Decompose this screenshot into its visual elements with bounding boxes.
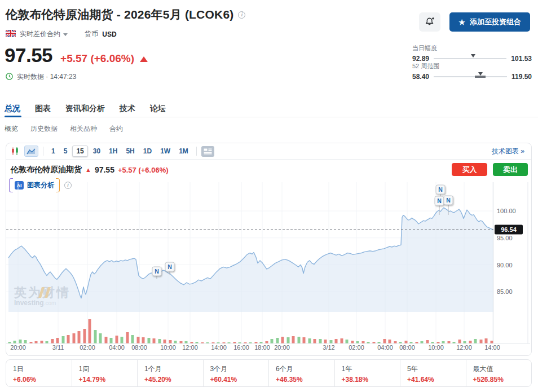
interval-1[interactable]: 1 [48, 146, 59, 156]
sell-button[interactable]: 卖出 [493, 163, 528, 176]
week52-range-band [475, 76, 486, 78]
price-area-fill [8, 208, 493, 312]
interval-5[interactable]: 5 [60, 146, 71, 156]
svg-text:90.00: 90.00 [497, 262, 513, 268]
tab-chart[interactable]: 图表 [35, 104, 51, 114]
subtab-related-instruments[interactable]: 相关品种 [70, 124, 97, 134]
add-to-portfolio-label: 添加至投资组合 [470, 17, 521, 27]
currency-value: USD [102, 30, 116, 38]
news-panel-icon[interactable] [201, 146, 214, 157]
tabs-divider [0, 117, 538, 117]
currency-label: 货币 [85, 29, 98, 39]
area-chart-icon[interactable] [24, 146, 38, 157]
tab-technical[interactable]: 技术 [120, 104, 135, 114]
volume-bars [8, 319, 493, 343]
header-title-row: 伦敦布伦特原油期货 - 2026年5月 (LCOK6) i [6, 7, 245, 23]
price-change: +5.57 (+6.06%) [60, 52, 148, 65]
svg-text:N: N [167, 263, 172, 270]
day-range-high: 101.53 [511, 55, 532, 63]
chart-toolbar: 1 5 15 30 1H 5H 1D 1W 1M [6, 143, 531, 160]
perf-cell-1m: 1个月 +45.20% [137, 360, 203, 386]
svg-text:04:00: 04:00 [109, 344, 125, 351]
svg-text:3/11: 3/11 [52, 344, 64, 351]
interval-5h[interactable]: 5H [122, 146, 138, 156]
realtime-status-text: 实时数据 · 14:47:23 [17, 72, 76, 82]
perf-cell-1d: 1日 +6.06% [6, 360, 72, 386]
svg-text:20:00: 20:00 [10, 344, 26, 351]
chart-card: 1 5 15 30 1H 5H 1D 1W 1M [6, 143, 532, 356]
week52-range-label: 52 周范围 [412, 62, 532, 71]
interval-30[interactable]: 30 [90, 146, 104, 156]
news-marker[interactable]: N [165, 262, 174, 271]
news-marker[interactable]: N [435, 196, 444, 205]
toolbar-divider [43, 147, 43, 156]
buy-button[interactable]: 买入 [452, 163, 487, 176]
instrument-type-label: 实时差价合约 [20, 30, 60, 38]
clock-icon [6, 73, 13, 82]
toolbar-divider [196, 147, 197, 156]
svg-text:N: N [438, 186, 443, 193]
bell-plus-icon [425, 16, 435, 28]
svg-text:18:00: 18:00 [254, 344, 270, 351]
svg-text:02:00: 02:00 [349, 344, 364, 351]
sub-tabs: 概览 历史数据 相关品种 合约 [5, 124, 123, 134]
interval-1m[interactable]: 1M [175, 146, 192, 156]
week52-range-marker-icon [478, 72, 483, 76]
tab-news-analysis[interactable]: 资讯和分析 [65, 104, 105, 114]
alert-bell-button[interactable] [419, 12, 440, 32]
perf-cell-1w: 1周 +14.79% [72, 360, 138, 386]
svg-text:08:00: 08:00 [399, 344, 415, 351]
day-range-low: 92.89 [412, 55, 429, 63]
day-range-label: 当日幅度 [412, 44, 532, 52]
interval-selector: 1 5 15 30 1H 5H 1D 1W 1M [48, 146, 192, 157]
svg-text:14:00: 14:00 [211, 344, 227, 351]
chart-up-arrow-icon: ▲ [85, 166, 91, 173]
svg-text:12:00: 12:00 [182, 344, 198, 351]
interval-1d[interactable]: 1D [140, 146, 155, 156]
x-axis-labels: 20:003/1102:0004:0008:0010:0012:0014:001… [10, 344, 500, 351]
svg-text:14:00: 14:00 [484, 344, 500, 351]
svg-text:20:00: 20:00 [274, 344, 290, 351]
svg-text:85.00: 85.00 [497, 288, 513, 295]
tab-overview[interactable]: 总况 [5, 104, 20, 114]
news-marker[interactable]: N [444, 196, 453, 205]
interval-1h[interactable]: 1H [105, 146, 121, 156]
interval-15[interactable]: 15 [72, 146, 87, 157]
quote-page: 伦敦布伦特原油期货 - 2026年5月 (LCOK6) i ★ 添加至投资组合 [0, 0, 538, 392]
star-icon: ★ [458, 18, 465, 27]
chart-price: 97.55 [95, 165, 114, 174]
subtab-summary[interactable]: 概览 [5, 124, 18, 134]
current-price-tag: 96.54 [495, 225, 523, 235]
svg-text:10:00: 10:00 [160, 344, 176, 351]
active-tab-underline [5, 116, 21, 117]
technical-chart-link[interactable]: 技术图表 » [492, 147, 527, 156]
svg-text:12:00: 12:00 [456, 344, 472, 351]
news-marker[interactable]: N [436, 185, 445, 194]
week52-range-low: 58.40 [412, 73, 429, 81]
title-info-icon[interactable]: i [238, 11, 245, 19]
add-to-portfolio-button[interactable]: ★ 添加至投资组合 [449, 12, 530, 32]
svg-text:N: N [155, 268, 159, 275]
svg-text:16:00: 16:00 [233, 344, 249, 351]
tab-forum[interactable]: 论坛 [150, 104, 166, 114]
subtab-contracts[interactable]: 合约 [109, 124, 123, 134]
candlestick-chart-icon[interactable] [11, 147, 20, 156]
y-axis-labels: 100.0095.0090.0085.00 [497, 208, 516, 295]
instrument-type-dropdown[interactable]: 实时差价合约 [20, 29, 68, 39]
svg-text:96.54: 96.54 [501, 226, 517, 233]
interval-1w[interactable]: 1W [157, 146, 174, 156]
svg-text:N: N [437, 197, 442, 204]
svg-text:3/12: 3/12 [323, 344, 334, 351]
chevron-down-icon [63, 33, 68, 36]
svg-text:04:00: 04:00 [377, 344, 393, 351]
chart-title-row: 伦敦布伦特原油期货 ▲ 97.55 +5.57 (+6.06%) [11, 165, 169, 175]
perf-cell-1y: 1年 +38.18% [334, 360, 400, 386]
instrument-meta-row: 实时差价合约 货币 USD [6, 29, 117, 39]
news-marker[interactable]: N [152, 267, 161, 276]
price-chart[interactable]: 英为财情Investing.com100.0095.0090.0085.0096… [6, 182, 531, 356]
day-range-track [434, 58, 506, 59]
subtab-historical-data[interactable]: 历史数据 [30, 124, 58, 134]
svg-text:N: N [446, 197, 451, 204]
price-row: 97.55 +5.57 (+6.06%) [5, 44, 148, 67]
page-title: 伦敦布伦特原油期货 - 2026年5月 (LCOK6) [6, 7, 233, 23]
